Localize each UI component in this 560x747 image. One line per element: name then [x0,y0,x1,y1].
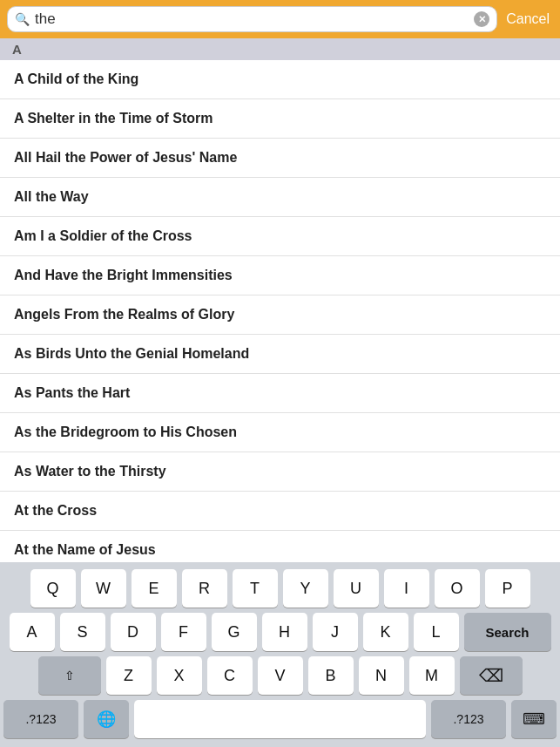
list-item[interactable]: As Birds Unto the Genial Homeland [0,335,560,374]
search-icon: 🔍 [15,12,30,26]
list-item[interactable]: All Hail the Power of Jesus' Name [0,139,560,178]
search-bar: 🔍 ✕ Cancel [0,0,560,38]
search-input[interactable] [35,10,469,28]
key-k[interactable]: K [363,613,408,651]
key-d[interactable]: D [111,613,156,651]
search-input-wrapper: 🔍 ✕ [7,6,497,32]
key-a[interactable]: A [10,613,55,651]
key-m[interactable]: M [409,656,455,695]
keyboard: Q W E R T Y U I O P A S D F G H J K L Se… [0,562,560,747]
key-n[interactable]: N [359,656,404,695]
list-item[interactable]: As Pants the Hart [0,374,560,413]
key-q[interactable]: Q [30,569,76,608]
key-c[interactable]: C [207,656,253,695]
list-item[interactable]: At the Cross [0,492,560,531]
list-item[interactable]: And Have the Bright Immensities [0,256,560,295]
key-v[interactable]: V [258,656,303,695]
key-s[interactable]: S [60,613,105,651]
key-l[interactable]: L [414,613,459,651]
key-e[interactable]: E [132,569,177,608]
key-b[interactable]: B [308,656,354,695]
list-item[interactable]: As the Bridegroom to His Chosen [0,413,560,452]
key-x[interactable]: X [157,656,202,695]
key-u[interactable]: U [334,569,379,608]
keyboard-row-1: Q W E R T Y U I O P [3,569,557,608]
keyboard-row-2: A S D F G H J K L Search [3,613,557,651]
list-item[interactable]: All the Way [0,178,560,217]
key-g[interactable]: G [212,613,257,651]
section-header-A: A [0,38,560,60]
clear-button[interactable]: ✕ [474,11,489,27]
key-w[interactable]: W [81,569,126,608]
key-h[interactable]: H [262,613,307,651]
key-o[interactable]: O [435,569,480,608]
globe-key[interactable]: 🌐 [84,700,129,738]
numbers-key-left[interactable]: .?123 [3,700,78,738]
keyboard-row-4: .?123 🌐 .?123 ⌨ [3,700,557,738]
cancel-button[interactable]: Cancel [503,8,553,31]
list-area: AA Child of the KingA Shelter in the Tim… [0,38,560,594]
key-y[interactable]: Y [283,569,328,608]
list-item[interactable]: Angels From the Realms of Glory [0,295,560,335]
search-key[interactable]: Search [464,613,551,651]
key-t[interactable]: T [233,569,278,608]
section-group-A: AA Child of the KingA Shelter in the Tim… [0,38,560,569]
key-f[interactable]: F [161,613,206,651]
emoji-key[interactable]: ⌨ [511,700,557,738]
delete-key[interactable]: ⌫ [460,656,523,695]
key-j[interactable]: J [313,613,358,651]
numbers-key-right[interactable]: .?123 [431,700,506,738]
list-item[interactable]: Am I a Soldier of the Cross [0,217,560,256]
list-item[interactable]: A Shelter in the Time of Storm [0,99,560,139]
keyboard-row-3: ⇧ Z X C V B N M ⌫ [3,656,557,695]
space-key[interactable] [134,700,426,738]
key-p[interactable]: P [485,569,530,608]
key-r[interactable]: R [182,569,227,608]
list-item[interactable]: A Child of the King [0,60,560,99]
key-z[interactable]: Z [106,656,152,695]
list-item[interactable]: As Water to the Thirsty [0,452,560,492]
key-i[interactable]: I [384,569,429,608]
shift-key[interactable]: ⇧ [38,656,101,695]
